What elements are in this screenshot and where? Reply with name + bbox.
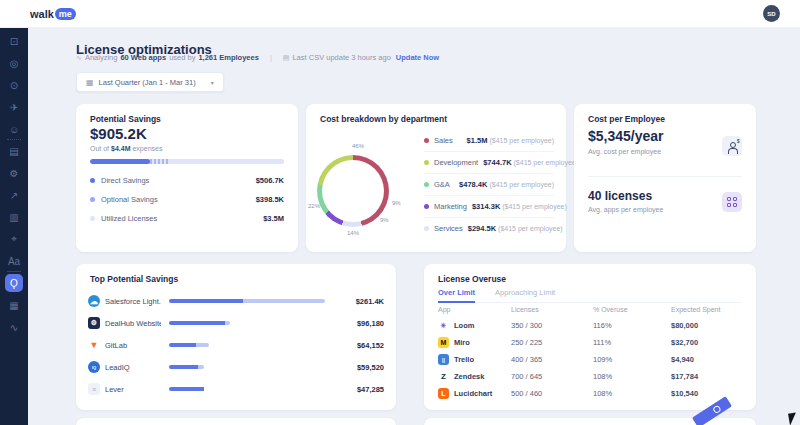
- savings-value: $64,152: [338, 341, 384, 350]
- date-range-label: Last Quarter (Jan 1 - Mar 31): [99, 78, 196, 87]
- sidebar-item-automation[interactable]: ⚙: [5, 164, 23, 182]
- column-licenses: Licenses: [511, 306, 593, 313]
- app-name: GitLab: [105, 341, 161, 350]
- chevron-down-icon: ▾: [211, 79, 214, 86]
- savings-bar: [169, 343, 330, 347]
- legend-row: Sales $1.5M ($415 per employee): [424, 130, 554, 152]
- sidebar-item-inspect[interactable]: ⊡: [5, 32, 23, 50]
- expected-spent-cell: $4,940: [671, 355, 746, 364]
- table-row: || Trello 400 / 365 109% $4,940: [438, 351, 746, 368]
- cost-breakdown-card: Cost breakdown by department 46% 9% 9% 1…: [306, 104, 566, 252]
- legend-dot: [424, 204, 429, 209]
- sidebar-item-tasks[interactable]: ⊙: [5, 76, 23, 94]
- savings-value: $59,520: [338, 363, 384, 372]
- sidebar-icon: Ϙ: [10, 278, 18, 289]
- app-icon: ☁: [88, 295, 100, 307]
- license-overuse-card: License Overuse Over Limit Approaching L…: [424, 264, 756, 410]
- donut-label: 14%: [347, 230, 359, 236]
- donut-chart: [317, 155, 389, 227]
- department-label: Services: [434, 224, 463, 233]
- expected-spent-cell: $10,540: [671, 389, 746, 398]
- department-label: Sales: [434, 136, 462, 145]
- savings-row: IQ LeadIQ $59,520: [88, 356, 384, 378]
- table-row: M Miro 250 / 225 111% $32,700: [438, 334, 746, 351]
- bar-dark-segment: [169, 387, 204, 391]
- column-expected-spent: Expected Spent: [671, 306, 746, 313]
- sidebar-icon: ☺: [9, 124, 19, 135]
- table-row: L Lucidchart 500 / 460 108% $10,540: [438, 385, 746, 402]
- app-name: Zendesk: [454, 372, 484, 381]
- sidebar-item-apps[interactable]: ▥: [5, 208, 23, 226]
- expenses-total: $4.4M: [111, 145, 130, 152]
- per-employee-note: ($415 per employee): [489, 181, 554, 188]
- used-by-text: used by: [169, 53, 195, 62]
- sidebar-item-analytics[interactable]: ∿: [5, 318, 23, 336]
- savings-row: ☁ Salesforce Light... $261.4K: [88, 290, 384, 312]
- app-icon: ||: [438, 354, 449, 365]
- legend-value: $3.5M: [263, 214, 284, 223]
- sidebar-item-surveys[interactable]: ▦: [5, 296, 23, 314]
- legend-row: Utilized Licenses $3.5M: [90, 214, 284, 223]
- update-now-link[interactable]: Update Now: [396, 53, 439, 62]
- sidebar-icon: ▦: [9, 300, 18, 311]
- legend-dot: [90, 216, 95, 221]
- per-employee-note: ($415 per employee): [514, 159, 579, 166]
- legend-dot: [424, 160, 429, 165]
- date-range-select[interactable]: ▦ Last Quarter (Jan 1 - Mar 31) ▾: [76, 72, 224, 92]
- tab-over-limit[interactable]: Over Limit: [438, 288, 475, 303]
- apps-grid-icon: [722, 192, 742, 212]
- sidebar-item-capture[interactable]: ⌖: [5, 230, 23, 248]
- legend-row: Development $744.7K ($415 per employee): [424, 152, 554, 174]
- sidebar-item-smart-walkthrus[interactable]: ◎: [5, 54, 23, 72]
- tab-approaching-limit[interactable]: Approaching Limit: [495, 288, 555, 302]
- savings-bar: [169, 365, 330, 369]
- avatar[interactable]: SD: [763, 5, 780, 22]
- app-icon: ▼: [88, 339, 100, 351]
- sidebar-item-engagement[interactable]: ☺: [5, 120, 23, 138]
- sidebar-item-insights-active[interactable]: Ϙ: [5, 274, 23, 292]
- per-employee-note: ($415 per employee): [489, 137, 554, 144]
- sidebar-icon: ◎: [10, 58, 19, 69]
- per-employee-note: ($415 per employee): [498, 225, 563, 232]
- donut-label: 9%: [392, 200, 401, 206]
- legend-value: $398.5K: [256, 195, 284, 204]
- legend-dot: [90, 197, 95, 202]
- sidebar-icon: ⊡: [10, 36, 18, 47]
- bar-light-segment: [243, 299, 325, 303]
- sidebar-icon: Aa: [8, 256, 20, 267]
- savings-out-of: Out of $4.4M expenses: [90, 145, 162, 152]
- walkme-logo: walk me: [30, 8, 76, 20]
- expected-spent-cell: $32,700: [671, 338, 746, 347]
- page-subtitle: ∿ Analyzing 60 Web apps used by 1,261 Em…: [76, 53, 439, 62]
- direct-savings-segment: [90, 159, 150, 164]
- sidebar-item-content[interactable]: ▤: [5, 142, 23, 160]
- card-title: Potential Savings: [90, 114, 161, 124]
- legend-row: Optional Savings $398.5K: [90, 195, 284, 204]
- top-potential-savings-card: Top Potential Savings ☁ Salesforce Light…: [76, 264, 396, 410]
- sidebar-icon: ⚙: [10, 168, 19, 179]
- overuse-cell: 116%: [593, 321, 671, 330]
- savings-amount: $905.2K: [90, 125, 147, 142]
- legend-label: Utilized Licenses: [101, 214, 257, 223]
- sidebar-item-language[interactable]: Aa: [5, 252, 23, 270]
- app-icon: ≡: [88, 383, 100, 395]
- mouse-cursor: [788, 412, 798, 425]
- sidebar-item-campaigns[interactable]: ↗: [5, 186, 23, 204]
- app-icon: L: [438, 388, 449, 399]
- app-name: LeadIQ: [105, 363, 161, 372]
- legend-dot: [424, 138, 429, 143]
- savings-value: $47,285: [338, 385, 384, 394]
- cost-per-year: $5,345/year: [588, 128, 664, 144]
- file-icon: ▤: [283, 54, 290, 62]
- legend-dot: [424, 182, 429, 187]
- sidebar-icon: ▤: [9, 146, 18, 157]
- overuse-cell: 108%: [593, 372, 671, 381]
- savings-bar: [169, 321, 330, 325]
- department-amount: $1.5M: [467, 136, 488, 145]
- sidebar-item-launchers[interactable]: ✈: [5, 98, 23, 116]
- expected-spent-cell: $80,000: [671, 321, 746, 330]
- app-icon: ⚙: [88, 317, 100, 329]
- donut-ring: [317, 155, 389, 227]
- sidebar-icon: ⊙: [10, 80, 18, 91]
- employees-count: 1,261 Employees: [198, 53, 258, 62]
